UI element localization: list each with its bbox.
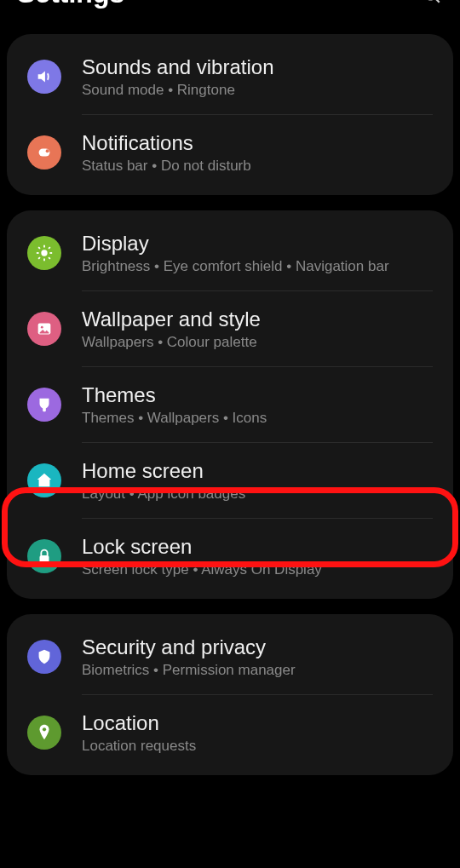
item-title: Lock screen [82,534,433,560]
item-texts: ThemesThemes • Wallpapers • Icons [82,382,433,427]
item-subtitle: Status bar • Do not disturb [82,158,433,175]
item-subtitle: Location requests [82,738,433,755]
item-subtitle: Biometrics • Permission manager [82,662,433,679]
settings-group: Security and privacyBiometrics • Permiss… [7,614,453,775]
svg-point-14 [41,326,43,329]
item-title: Themes [82,382,433,408]
item-subtitle: Sound mode • Ringtone [82,82,433,99]
sun-icon [27,236,61,270]
shield-icon [27,640,61,674]
item-title: Security and privacy [82,635,433,660]
svg-line-12 [49,247,50,249]
svg-rect-16 [40,555,49,562]
item-texts: LocationLocation requests [82,710,433,755]
item-title: Wallpaper and style [82,307,433,332]
item-title: Home screen [82,458,433,484]
item-texts: Lock screenScreen lock type • Always On … [82,534,433,578]
page-title: Settings [17,0,124,7]
item-subtitle: Brightness • Eye comfort shield • Naviga… [82,258,433,275]
item-texts: NotificationsStatus bar • Do not disturb [82,130,433,175]
item-texts: Security and privacyBiometrics • Permiss… [82,635,433,679]
search-icon[interactable] [421,0,443,6]
item-subtitle: Wallpapers • Colour palette [82,334,433,351]
home-icon [27,463,61,497]
item-subtitle: Layout • App icon badges [82,486,433,503]
settings-screen: Settings Sounds and vibrationSound mode … [0,0,460,868]
volume-icon [27,60,61,94]
item-subtitle: Themes • Wallpapers • Icons [82,410,433,427]
item-title: Sounds and vibration [82,55,433,80]
svg-line-9 [38,247,40,249]
svg-point-4 [41,250,47,256]
settings-item-location[interactable]: LocationLocation requests [7,695,453,770]
svg-point-3 [46,149,49,152]
item-texts: Wallpaper and styleWallpapers • Colour p… [82,307,433,351]
header: Settings [0,0,460,19]
settings-item-lock[interactable]: Lock screenScreen lock type • Always On … [7,519,453,594]
item-title: Notifications [82,130,433,156]
picture-icon [27,312,61,346]
settings-group: DisplayBrightness • Eye comfort shield •… [7,210,453,599]
settings-item-notifications[interactable]: NotificationsStatus bar • Do not disturb [7,115,453,190]
svg-rect-15 [43,406,46,411]
brush-icon [27,388,61,422]
item-subtitle: Screen lock type • Always On Display [82,561,433,578]
settings-item-wallpaper[interactable]: Wallpaper and styleWallpapers • Colour p… [7,291,453,366]
settings-item-themes[interactable]: ThemesThemes • Wallpapers • Icons [7,367,453,442]
svg-line-1 [434,0,439,3]
lock-icon [27,539,61,573]
bell-icon [27,135,61,170]
item-texts: DisplayBrightness • Eye comfort shield •… [82,231,433,275]
item-texts: Sounds and vibrationSound mode • Rington… [82,55,433,99]
settings-item-sounds[interactable]: Sounds and vibrationSound mode • Rington… [7,39,453,114]
settings-item-home[interactable]: Home screenLayout • App icon badges [7,443,453,518]
location-icon [27,716,61,750]
settings-item-display[interactable]: DisplayBrightness • Eye comfort shield •… [7,216,453,290]
settings-group: Sounds and vibrationSound mode • Rington… [7,34,453,195]
settings-item-security[interactable]: Security and privacyBiometrics • Permiss… [7,619,453,694]
settings-list: Sounds and vibrationSound mode • Rington… [0,34,460,775]
item-texts: Home screenLayout • App icon badges [82,458,433,503]
item-title: Display [82,231,433,256]
svg-line-11 [38,257,40,259]
svg-line-10 [49,257,50,259]
svg-point-17 [43,727,46,731]
item-title: Location [82,710,433,736]
